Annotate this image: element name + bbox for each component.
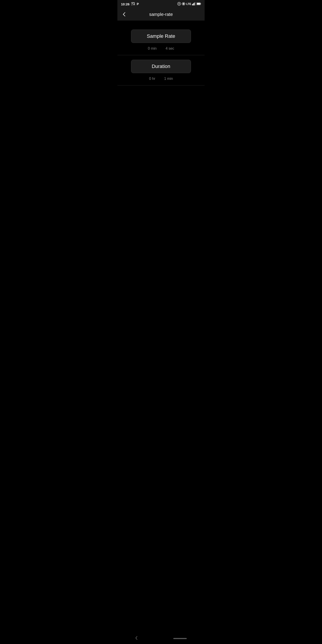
svg-rect-1	[132, 2, 134, 2]
lte-label: LTE	[186, 2, 191, 6]
battery-icon	[196, 2, 201, 6]
sample-rate-values: 0 min 4 sec	[121, 46, 201, 50]
vibrate-icon	[182, 2, 185, 6]
page-title: sample-rate	[149, 12, 173, 17]
content: Sample Rate 0 min 4 sec Duration 0 hr 1 …	[118, 20, 204, 90]
signal-icon	[192, 2, 196, 6]
sample-rate-button[interactable]: Sample Rate	[131, 30, 191, 43]
svg-rect-14	[195, 2, 196, 5]
back-button[interactable]	[121, 11, 127, 18]
duration-min-value: 1 min	[164, 77, 173, 81]
sample-rate-section: Sample Rate 0 min 4 sec	[118, 25, 204, 55]
sample-rate-sec-value: 4 sec	[166, 46, 174, 50]
status-bar-right: LTE	[177, 2, 201, 6]
status-bar-left: 10:26 P	[121, 2, 139, 6]
duration-values: 0 hr 1 min	[121, 77, 201, 81]
add-circle-icon	[177, 2, 181, 6]
gallery-icon	[131, 2, 135, 6]
svg-rect-13	[194, 3, 194, 5]
duration-hr-value: 0 hr	[149, 77, 156, 81]
svg-rect-16	[200, 3, 201, 4]
svg-marker-3	[133, 3, 135, 4]
svg-rect-17	[197, 3, 200, 5]
duration-button[interactable]: Duration	[131, 60, 191, 73]
status-bar: 10:26 P LTE	[118, 0, 204, 8]
parking-icon: P	[137, 2, 139, 6]
duration-section: Duration 0 hr 1 min	[118, 55, 204, 86]
status-time: 10:26	[121, 2, 130, 6]
header: sample-rate	[118, 8, 204, 20]
svg-rect-8	[183, 3, 184, 5]
svg-rect-11	[192, 4, 193, 5]
sample-rate-min-value: 0 min	[148, 46, 156, 50]
svg-rect-12	[193, 3, 194, 5]
svg-point-2	[132, 3, 133, 4]
